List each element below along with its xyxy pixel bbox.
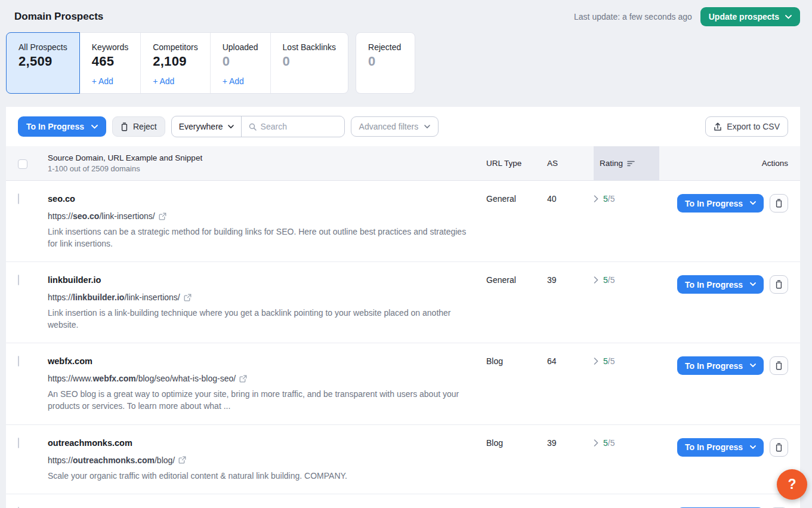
url-line[interactable]: https://linkbuilder.io/link-insertions/ — [48, 293, 486, 302]
domain-name[interactable]: outreachmonks.com — [48, 438, 486, 448]
export-csv-button[interactable]: Export to CSV — [705, 116, 788, 137]
reject-button[interactable]: Reject — [112, 116, 165, 137]
table-row: seo.co https://seo.co/link-insertions/ L… — [6, 181, 800, 262]
rating-value: 5 — [603, 438, 608, 448]
chevron-down-icon — [750, 445, 756, 449]
chevron-right-icon[interactable] — [594, 439, 598, 447]
column-rating[interactable]: Rating — [594, 146, 659, 180]
chevron-right-icon[interactable] — [594, 276, 598, 284]
chevron-right-icon[interactable] — [594, 195, 598, 202]
row-delete-button[interactable] — [770, 275, 788, 294]
table-row: linkbuilder.io https://linkbuilder.io/li… — [6, 262, 800, 343]
external-link-icon[interactable] — [178, 456, 186, 464]
row-delete-button[interactable] — [770, 438, 788, 457]
chevron-down-icon — [750, 364, 756, 368]
trash-icon — [121, 122, 128, 131]
bulk-to-in-progress-button[interactable]: To In Progress — [18, 116, 106, 137]
tab-lost-backlinks[interactable]: Lost Backlinks 0 — [271, 33, 348, 93]
export-icon — [714, 122, 722, 131]
row-to-in-progress-button[interactable]: To In Progress — [677, 194, 764, 213]
last-update-text: Last update: a few seconds ago — [574, 12, 692, 21]
tab-count: 2,109 — [153, 54, 197, 69]
page-snippet: Link insertion is a link-building techni… — [48, 307, 468, 331]
tab-count: 2,509 — [18, 54, 67, 69]
row-to-in-progress-button[interactable]: To In Progress — [677, 356, 764, 375]
rating-value: 5 — [603, 194, 608, 204]
column-source-domain: Source Domain, URL Example and Snippet — [48, 153, 202, 162]
row-to-in-progress-button[interactable]: To In Progress — [677, 438, 764, 457]
column-actions: Actions — [659, 146, 788, 180]
row-checkbox[interactable] — [18, 356, 19, 367]
trash-icon — [775, 199, 783, 208]
tab-count: 0 — [223, 54, 258, 69]
search-input[interactable] — [261, 122, 337, 131]
tab-label: Uploaded — [223, 42, 258, 52]
bulk-action-label: To In Progress — [26, 122, 84, 131]
tab-group: All Prospects 2,509 Keywords 465 + Add C… — [6, 32, 348, 94]
external-link-icon[interactable] — [159, 213, 166, 220]
add-uploaded-link[interactable]: + Add — [223, 76, 258, 86]
tab-count: 465 — [92, 54, 128, 69]
add-competitors-link[interactable]: + Add — [153, 76, 197, 86]
chevron-down-icon — [785, 15, 792, 19]
rating-expand[interactable]: 5/5 — [594, 194, 659, 204]
page-snippet: Link insertions can be a strategic metho… — [48, 226, 468, 250]
rating-expand[interactable]: 5/5 — [594, 356, 659, 366]
table-row: webfx.com https://www.webfx.com/blog/seo… — [6, 343, 800, 424]
as-value: 39 — [547, 438, 594, 448]
column-as[interactable]: AS — [547, 146, 594, 180]
chevron-down-icon — [424, 125, 430, 129]
tab-competitors[interactable]: Competitors 2,109 + Add — [141, 33, 210, 93]
select-all-checkbox[interactable] — [18, 159, 27, 169]
url-type-value: General — [486, 275, 547, 285]
external-link-icon[interactable] — [239, 375, 247, 383]
column-rating-label: Rating — [600, 159, 623, 168]
url-line[interactable]: https://www.webfx.com/blog/seo/what-is-b… — [48, 374, 486, 383]
rating-expand[interactable]: 5/5 — [594, 275, 659, 285]
rating-max: /5 — [608, 194, 615, 204]
page-title: Domain Prospects — [14, 11, 103, 23]
row-delete-button[interactable] — [770, 194, 788, 213]
tab-all-prospects[interactable]: All Prospects 2,509 — [6, 32, 80, 94]
export-label: Export to CSV — [727, 122, 780, 131]
chevron-right-icon[interactable] — [594, 358, 598, 365]
rating-value: 5 — [603, 356, 608, 366]
add-keywords-link[interactable]: + Add — [92, 76, 128, 86]
rating-expand[interactable]: 5/5 — [594, 438, 659, 448]
table-toolbar: To In Progress Reject Everywhere — [6, 107, 800, 146]
trash-icon — [775, 280, 783, 289]
rating-max: /5 — [608, 356, 615, 366]
update-prospects-label: Update prospects — [709, 12, 779, 21]
url-type-value: General — [486, 194, 547, 204]
row-to-in-progress-button[interactable]: To In Progress — [677, 275, 764, 294]
prospect-tabs: All Prospects 2,509 Keywords 465 + Add C… — [6, 32, 800, 94]
as-value: 40 — [547, 194, 594, 204]
chevron-down-icon — [91, 125, 98, 129]
url-line[interactable]: https://outreachmonks.com/blog/ — [48, 455, 486, 465]
tab-rejected[interactable]: Rejected 0 — [356, 32, 415, 94]
tab-keywords[interactable]: Keywords 465 + Add — [80, 33, 141, 93]
tab-label: Rejected — [368, 42, 403, 52]
external-link-icon[interactable] — [184, 294, 192, 301]
tab-count: 0 — [368, 54, 403, 69]
row-checkbox[interactable] — [18, 275, 19, 285]
tab-label: Competitors — [153, 42, 197, 52]
scope-select[interactable]: Everywhere — [172, 116, 242, 137]
row-checkbox[interactable] — [18, 438, 19, 448]
reject-label: Reject — [133, 122, 157, 131]
row-delete-button[interactable] — [770, 356, 788, 375]
rating-max: /5 — [608, 275, 615, 285]
page-header: Domain Prospects Last update: a few seco… — [0, 0, 812, 30]
advanced-filters-button[interactable]: Advanced filters — [351, 116, 439, 137]
table-row: blackhatworld.com https://www.blackhatwo… — [6, 494, 800, 508]
help-button[interactable]: ? — [777, 469, 807, 500]
domain-name[interactable]: linkbuilder.io — [48, 275, 486, 285]
row-checkbox[interactable] — [18, 193, 19, 204]
domain-name[interactable]: seo.co — [48, 194, 486, 204]
as-value: 64 — [547, 356, 594, 366]
domain-name[interactable]: webfx.com — [48, 356, 486, 366]
update-prospects-button[interactable]: Update prospects — [700, 7, 800, 26]
column-url-type[interactable]: URL Type — [486, 146, 547, 180]
url-line[interactable]: https://seo.co/link-insertions/ — [48, 211, 486, 221]
tab-uploaded[interactable]: Uploaded 0 + Add — [211, 33, 271, 93]
